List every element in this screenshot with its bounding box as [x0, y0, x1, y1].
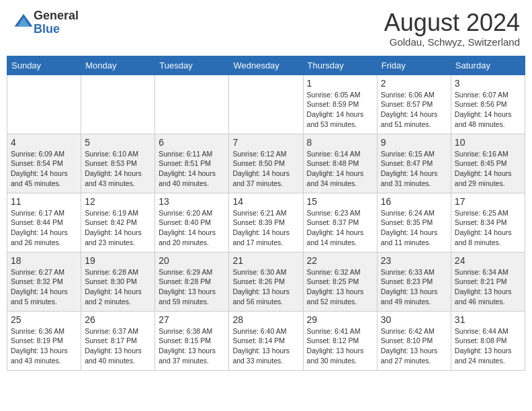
calendar-cell [81, 75, 155, 134]
calendar-table: Sunday Monday Tuesday Wednesday Thursday… [7, 56, 525, 371]
day-info: Sunrise: 6:40 AM Sunset: 8:14 PM Dayligh… [232, 326, 299, 366]
calendar-cell: 27Sunrise: 6:38 AM Sunset: 8:15 PM Dayli… [155, 311, 229, 370]
week-row-3: 11Sunrise: 6:17 AM Sunset: 8:44 PM Dayli… [7, 193, 525, 252]
day-info: Sunrise: 6:29 AM Sunset: 8:28 PM Dayligh… [159, 267, 225, 307]
day-info: Sunrise: 6:41 AM Sunset: 8:12 PM Dayligh… [307, 326, 373, 366]
day-number: 25 [11, 314, 77, 325]
logo-icon [13, 11, 34, 32]
col-wednesday: Wednesday [229, 56, 303, 75]
calendar-cell [155, 75, 229, 134]
logo-blue-text: Blue [34, 22, 60, 36]
day-info: Sunrise: 6:33 AM Sunset: 8:23 PM Dayligh… [381, 267, 447, 307]
calendar-cell: 7Sunrise: 6:12 AM Sunset: 8:50 PM Daylig… [229, 134, 303, 193]
day-info: Sunrise: 6:25 AM Sunset: 8:34 PM Dayligh… [455, 208, 521, 248]
day-number: 15 [307, 196, 373, 207]
day-info: Sunrise: 6:14 AM Sunset: 8:48 PM Dayligh… [307, 149, 373, 189]
title-block: August 2024 Goldau, Schwyz, Switzerland [384, 9, 520, 48]
calendar-cell: 29Sunrise: 6:41 AM Sunset: 8:12 PM Dayli… [303, 311, 377, 370]
day-number: 28 [232, 314, 299, 325]
day-info: Sunrise: 6:07 AM Sunset: 8:56 PM Dayligh… [455, 90, 521, 130]
day-info: Sunrise: 6:30 AM Sunset: 8:26 PM Dayligh… [232, 267, 299, 307]
day-number: 26 [85, 314, 151, 325]
day-info: Sunrise: 6:23 AM Sunset: 8:37 PM Dayligh… [307, 208, 373, 248]
day-number: 24 [455, 255, 521, 266]
col-tuesday: Tuesday [155, 56, 229, 75]
day-number: 21 [232, 255, 299, 266]
day-number: 31 [455, 314, 521, 325]
day-number: 13 [159, 196, 225, 207]
day-number: 6 [159, 137, 225, 148]
calendar-cell: 2Sunrise: 6:06 AM Sunset: 8:57 PM Daylig… [377, 75, 451, 134]
week-row-1: 1Sunrise: 6:05 AM Sunset: 8:59 PM Daylig… [7, 75, 525, 134]
day-info: Sunrise: 6:44 AM Sunset: 8:08 PM Dayligh… [455, 326, 521, 366]
day-info: Sunrise: 6:28 AM Sunset: 8:30 PM Dayligh… [85, 267, 151, 307]
day-info: Sunrise: 6:21 AM Sunset: 8:39 PM Dayligh… [232, 208, 299, 248]
calendar-cell: 24Sunrise: 6:34 AM Sunset: 8:21 PM Dayli… [451, 252, 525, 311]
calendar-cell: 25Sunrise: 6:36 AM Sunset: 8:19 PM Dayli… [7, 311, 81, 370]
calendar-cell: 1Sunrise: 6:05 AM Sunset: 8:59 PM Daylig… [303, 75, 377, 134]
day-number: 19 [85, 255, 151, 266]
day-number: 3 [455, 78, 521, 89]
calendar-cell: 6Sunrise: 6:11 AM Sunset: 8:51 PM Daylig… [155, 134, 229, 193]
calendar-cell: 22Sunrise: 6:32 AM Sunset: 8:25 PM Dayli… [303, 252, 377, 311]
day-number: 5 [85, 137, 151, 148]
day-number: 8 [307, 137, 373, 148]
day-info: Sunrise: 6:12 AM Sunset: 8:50 PM Dayligh… [232, 149, 299, 189]
day-number: 14 [232, 196, 299, 207]
calendar-header-row: Sunday Monday Tuesday Wednesday Thursday… [7, 56, 525, 75]
day-info: Sunrise: 6:10 AM Sunset: 8:53 PM Dayligh… [85, 149, 151, 189]
day-info: Sunrise: 6:05 AM Sunset: 8:59 PM Dayligh… [307, 90, 373, 130]
day-number: 4 [11, 137, 77, 148]
calendar-cell: 28Sunrise: 6:40 AM Sunset: 8:14 PM Dayli… [229, 311, 303, 370]
location-subtitle: Goldau, Schwyz, Switzerland [384, 36, 520, 48]
day-info: Sunrise: 6:32 AM Sunset: 8:25 PM Dayligh… [307, 267, 373, 307]
day-number: 22 [307, 255, 373, 266]
calendar-cell: 8Sunrise: 6:14 AM Sunset: 8:48 PM Daylig… [303, 134, 377, 193]
calendar-cell: 3Sunrise: 6:07 AM Sunset: 8:56 PM Daylig… [451, 75, 525, 134]
day-info: Sunrise: 6:06 AM Sunset: 8:57 PM Dayligh… [381, 90, 447, 130]
col-sunday: Sunday [7, 56, 81, 75]
day-number: 10 [455, 137, 521, 148]
col-saturday: Saturday [451, 56, 525, 75]
day-info: Sunrise: 6:27 AM Sunset: 8:32 PM Dayligh… [11, 267, 77, 307]
calendar-cell: 4Sunrise: 6:09 AM Sunset: 8:54 PM Daylig… [7, 134, 81, 193]
calendar-cell: 9Sunrise: 6:15 AM Sunset: 8:47 PM Daylig… [377, 134, 451, 193]
col-thursday: Thursday [303, 56, 377, 75]
calendar-cell: 5Sunrise: 6:10 AM Sunset: 8:53 PM Daylig… [81, 134, 155, 193]
day-number: 17 [455, 196, 521, 207]
day-info: Sunrise: 6:19 AM Sunset: 8:42 PM Dayligh… [85, 208, 151, 248]
calendar-cell: 20Sunrise: 6:29 AM Sunset: 8:28 PM Dayli… [155, 252, 229, 311]
page-header: General Blue August 2024 Goldau, Schwyz,… [7, 7, 525, 50]
logo: General Blue [12, 9, 79, 36]
day-info: Sunrise: 6:11 AM Sunset: 8:51 PM Dayligh… [159, 149, 225, 189]
calendar-cell: 26Sunrise: 6:37 AM Sunset: 8:17 PM Dayli… [81, 311, 155, 370]
col-friday: Friday [377, 56, 451, 75]
day-info: Sunrise: 6:24 AM Sunset: 8:35 PM Dayligh… [381, 208, 447, 248]
day-info: Sunrise: 6:17 AM Sunset: 8:44 PM Dayligh… [11, 208, 77, 248]
calendar-cell [229, 75, 303, 134]
calendar-cell: 16Sunrise: 6:24 AM Sunset: 8:35 PM Dayli… [377, 193, 451, 252]
day-info: Sunrise: 6:34 AM Sunset: 8:21 PM Dayligh… [455, 267, 521, 307]
day-info: Sunrise: 6:37 AM Sunset: 8:17 PM Dayligh… [85, 326, 151, 366]
calendar-cell: 23Sunrise: 6:33 AM Sunset: 8:23 PM Dayli… [377, 252, 451, 311]
week-row-5: 25Sunrise: 6:36 AM Sunset: 8:19 PM Dayli… [7, 311, 525, 370]
month-year-title: August 2024 [384, 9, 520, 36]
calendar-cell: 11Sunrise: 6:17 AM Sunset: 8:44 PM Dayli… [7, 193, 81, 252]
logo-general-text: General [34, 9, 79, 22]
calendar-cell: 15Sunrise: 6:23 AM Sunset: 8:37 PM Dayli… [303, 193, 377, 252]
day-info: Sunrise: 6:38 AM Sunset: 8:15 PM Dayligh… [159, 326, 225, 366]
day-number: 23 [381, 255, 447, 266]
day-number: 7 [232, 137, 299, 148]
col-monday: Monday [81, 56, 155, 75]
calendar-cell: 18Sunrise: 6:27 AM Sunset: 8:32 PM Dayli… [7, 252, 81, 311]
calendar-cell: 14Sunrise: 6:21 AM Sunset: 8:39 PM Dayli… [229, 193, 303, 252]
day-number: 11 [11, 196, 77, 207]
day-number: 12 [85, 196, 151, 207]
calendar-cell: 17Sunrise: 6:25 AM Sunset: 8:34 PM Dayli… [451, 193, 525, 252]
day-number: 16 [381, 196, 447, 207]
week-row-2: 4Sunrise: 6:09 AM Sunset: 8:54 PM Daylig… [7, 134, 525, 193]
calendar-cell [7, 75, 81, 134]
calendar-cell: 10Sunrise: 6:16 AM Sunset: 8:45 PM Dayli… [451, 134, 525, 193]
calendar-cell: 19Sunrise: 6:28 AM Sunset: 8:30 PM Dayli… [81, 252, 155, 311]
calendar-cell: 13Sunrise: 6:20 AM Sunset: 8:40 PM Dayli… [155, 193, 229, 252]
